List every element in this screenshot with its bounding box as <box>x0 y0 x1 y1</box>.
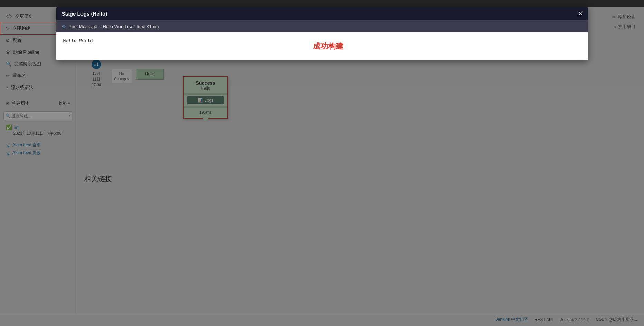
stage-logs-modal: Stage Logs (Hello) × ⊙ Print Message -- … <box>56 7 588 60</box>
modal-log-text: Hello World <box>63 38 93 43</box>
modal-stage-info: Print Message -- Hello World (self time … <box>69 24 159 29</box>
modal-title: Stage Logs (Hello) <box>62 11 107 17</box>
stage-bar-icon: ⊙ <box>62 24 66 29</box>
modal-stage-bar: ⊙ Print Message -- Hello World (self tim… <box>56 20 588 32</box>
modal-close-button[interactable]: × <box>579 10 583 17</box>
modal-success-text: 成功构建 <box>313 41 343 52</box>
modal-header: Stage Logs (Hello) × <box>56 7 588 20</box>
modal-content-area: Hello World 成功构建 <box>56 32 588 60</box>
modal-overlay: Stage Logs (Hello) × ⊙ Print Message -- … <box>0 0 644 326</box>
